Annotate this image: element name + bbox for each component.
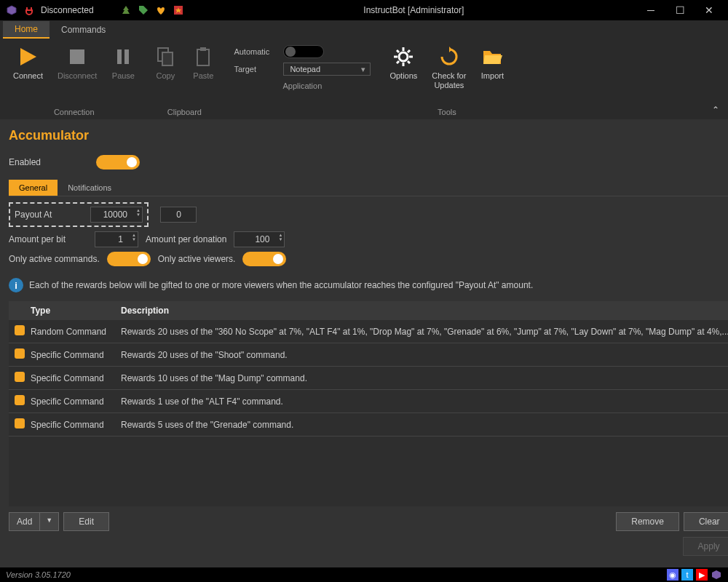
copy-icon <box>154 45 177 68</box>
payout-extra-input[interactable]: 0 <box>160 207 197 223</box>
tag-icon[interactable] <box>138 4 149 16</box>
svg-point-8 <box>399 52 408 61</box>
discord-icon[interactable]: ◉ <box>667 569 678 581</box>
enabled-toggle[interactable] <box>96 155 140 170</box>
only-active-viewers-label: Only active viewers. <box>158 254 236 264</box>
amount-per-donation-label: Amount per donation <box>146 234 226 244</box>
info-text: Each of the rewards below will be gifted… <box>29 280 533 290</box>
youtube-icon[interactable]: ▶ <box>696 569 708 581</box>
copy-button: Copy <box>148 42 183 84</box>
menu-commands[interactable]: Commands <box>50 22 117 38</box>
row-type: Specific Command <box>25 345 115 365</box>
target-select[interactable]: Notepad <box>283 63 371 76</box>
menu-home[interactable]: Home <box>3 21 50 39</box>
tab-notifications[interactable]: Notifications <box>58 180 122 196</box>
target-label: Target <box>234 65 276 73</box>
check-updates-button[interactable]: Check for Updates <box>426 42 472 93</box>
paste-button: Paste <box>186 42 221 84</box>
app-small-icon[interactable] <box>711 569 722 581</box>
ribbon-collapse-button[interactable]: ⌃ <box>712 105 719 115</box>
svg-rect-7 <box>200 47 206 51</box>
connect-button[interactable]: Connect <box>7 42 49 84</box>
paste-icon <box>191 45 215 68</box>
pause-button: Pause <box>106 42 141 84</box>
apply-button: Apply <box>683 537 728 556</box>
amount-per-bit-label: Amount per bit <box>9 234 87 244</box>
row-type: Specific Command <box>25 391 115 412</box>
only-active-viewers-toggle[interactable] <box>242 252 286 266</box>
twitter-icon[interactable]: t <box>681 569 693 581</box>
svg-rect-1 <box>70 49 84 64</box>
page-title: Accumulator <box>9 125 728 152</box>
svg-line-14 <box>408 61 410 63</box>
table-row[interactable]: Specific CommandRewards 10 uses of the "… <box>9 367 728 390</box>
row-type: Specific Command <box>25 415 115 435</box>
clear-button[interactable]: Clear <box>684 512 728 531</box>
automatic-toggle[interactable] <box>283 45 324 58</box>
reward-icon <box>15 348 25 359</box>
enabled-label: Enabled <box>9 157 89 167</box>
menubar: Home Commands <box>0 20 728 39</box>
ribbon-group-tools: Tools <box>438 106 456 119</box>
close-button[interactable]: ✕ <box>702 4 716 16</box>
ribbon-group-clipboard: Clipboard <box>167 106 202 119</box>
table-row[interactable]: Specific CommandRewards 1 use of the "AL… <box>9 390 728 413</box>
row-type: Random Command <box>25 322 115 342</box>
table-row[interactable]: Specific CommandRewards 20 uses of the "… <box>9 343 728 367</box>
table-row[interactable]: Specific CommandRewards 5 uses of the "G… <box>9 413 728 436</box>
svg-rect-3 <box>124 49 129 64</box>
row-type: Specific Command <box>25 368 115 388</box>
gear-icon <box>392 45 415 68</box>
svg-line-13 <box>397 50 399 52</box>
svg-line-16 <box>397 61 399 63</box>
ribbon-group-connection: Connection <box>54 106 95 119</box>
automatic-label: Automatic <box>234 47 276 56</box>
svg-rect-6 <box>197 49 209 65</box>
amount-per-donation-input[interactable]: 100▲▼ <box>234 231 285 247</box>
stop-icon <box>66 45 89 68</box>
svg-rect-2 <box>117 49 122 64</box>
remove-button[interactable]: Remove <box>616 512 679 531</box>
reward-icon <box>15 325 25 335</box>
table-row[interactable]: Random CommandRewards 20 uses of the "36… <box>9 320 728 343</box>
row-description: Rewards 5 uses of the "Grenade" command. <box>115 415 728 435</box>
tree-icon[interactable] <box>120 4 132 16</box>
tab-general[interactable]: General <box>9 180 58 196</box>
add-button[interactable]: Add <box>9 512 40 531</box>
svg-line-15 <box>408 50 410 52</box>
app-icon <box>6 4 17 16</box>
reward-icon <box>15 418 25 428</box>
heart-icon[interactable] <box>155 4 167 16</box>
only-active-commands-toggle[interactable] <box>107 252 151 266</box>
content-area: Accumulator Enabled General Notification… <box>0 119 728 567</box>
plug-icon <box>23 4 35 16</box>
minimize-button[interactable]: ─ <box>644 4 658 16</box>
row-description: Rewards 10 uses of the "Mag Dump" comman… <box>115 368 728 388</box>
edit-button[interactable]: Edit <box>63 512 109 531</box>
col-type[interactable]: Type <box>25 301 115 320</box>
svg-rect-5 <box>162 52 173 65</box>
only-active-commands-label: Only active commands. <box>9 254 100 264</box>
add-dropdown[interactable]: ▼ <box>40 512 59 531</box>
row-description: Rewards 20 uses of the "360 No Scope" at… <box>115 322 728 342</box>
maximize-button[interactable]: ☐ <box>673 4 687 16</box>
options-button[interactable]: Options <box>384 42 423 84</box>
statusbar: Version 3.05.1720 ◉ t ▶ <box>0 567 728 582</box>
ribbon: Connect Disconnect Pause Connection Copy… <box>0 39 728 119</box>
row-description: Rewards 20 uses of the "Shoot" command. <box>115 345 728 365</box>
ribbon-group-application: Application <box>282 80 322 93</box>
refresh-icon <box>438 45 461 68</box>
amount-per-bit-input[interactable]: 1▲▼ <box>95 231 138 247</box>
info-icon: i <box>9 278 23 292</box>
version-text: Version 3.05.1720 <box>6 570 71 579</box>
folder-icon <box>480 45 504 68</box>
reward-icon <box>15 395 25 405</box>
star-icon[interactable] <box>173 4 184 16</box>
payout-at-input[interactable]: 10000▲▼ <box>90 207 143 223</box>
import-button[interactable]: Import <box>475 42 510 84</box>
rewards-table: Type Description Random CommandRewards 2… <box>9 301 728 506</box>
payout-at-highlight: Payout At 10000▲▼ <box>9 202 149 227</box>
col-description[interactable]: Description <box>115 301 728 320</box>
reward-icon <box>15 372 25 382</box>
row-description: Rewards 1 use of the "ALT F4" command. <box>115 391 728 412</box>
